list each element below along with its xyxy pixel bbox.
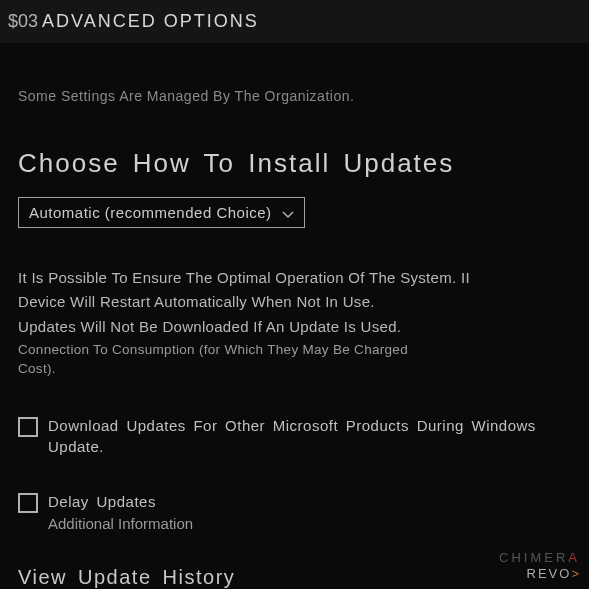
install-mode-dropdown[interactable]: Automatic (recommended Choice) xyxy=(18,197,305,228)
delay-updates-option[interactable]: Delay Updates xyxy=(18,491,571,513)
watermark: CHIMERA REVO> xyxy=(499,549,579,581)
titlebar-prefix: $03 xyxy=(8,11,38,32)
chevron-down-icon xyxy=(282,207,294,219)
body-line: Cost). xyxy=(18,360,571,379)
dropdown-selected-text: Automatic (recommended Choice) xyxy=(29,204,272,221)
watermark-text: REVO xyxy=(527,566,572,581)
checkbox[interactable] xyxy=(18,493,38,513)
checkbox[interactable] xyxy=(18,417,38,437)
watermark-text: A xyxy=(568,550,579,565)
download-other-products-option[interactable]: Download Updates For Other Microsoft Pro… xyxy=(18,415,571,457)
description-block: It Is Possible To Ensure The Optimal Ope… xyxy=(18,268,571,379)
watermark-text: CHIMER xyxy=(499,550,568,565)
organization-notice: Some Settings Are Managed By The Organiz… xyxy=(18,88,571,104)
body-line: It Is Possible To Ensure The Optimal Ope… xyxy=(18,268,571,288)
view-update-history-link[interactable]: View Update History xyxy=(18,566,571,589)
checkbox-label: Download Updates For Other Microsoft Pro… xyxy=(48,415,571,457)
body-line: Connection To Consumption (for Which The… xyxy=(18,341,571,360)
body-line: Device Will Restart Automatically When N… xyxy=(18,292,571,312)
watermark-caret-icon: > xyxy=(571,566,579,581)
additional-information-link[interactable]: Additional Information xyxy=(48,515,571,532)
titlebar-title: ADVANCED OPTIONS xyxy=(42,11,259,32)
section-heading: Choose How To Install Updates xyxy=(18,148,571,179)
content-area: Some Settings Are Managed By The Organiz… xyxy=(0,44,589,589)
body-line: Updates Will Not Be Downloaded If An Upd… xyxy=(18,317,571,337)
checkbox-label: Delay Updates xyxy=(48,491,156,512)
titlebar: $03 ADVANCED OPTIONS xyxy=(0,0,589,44)
